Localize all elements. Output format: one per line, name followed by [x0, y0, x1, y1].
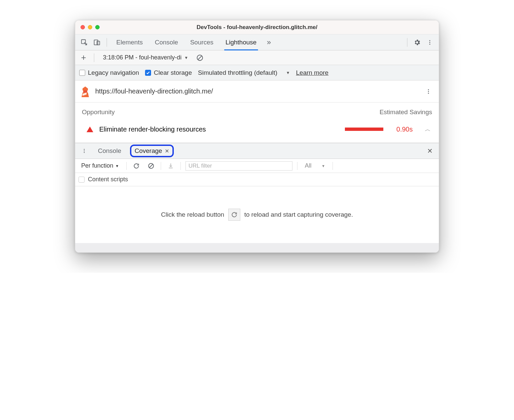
- close-window-button[interactable]: [81, 25, 85, 29]
- report-selector-label: 3:18:06 PM - foul-heavenly-di: [103, 54, 181, 61]
- reload-icon[interactable]: [131, 161, 141, 171]
- clear-coverage-icon[interactable]: [146, 161, 156, 171]
- titlebar: DevTools - foul-heavenly-direction.glitc…: [75, 20, 439, 34]
- drawer-tab-coverage[interactable]: Coverage ✕: [130, 145, 174, 157]
- tab-elements[interactable]: Elements: [112, 34, 147, 50]
- svg-line-19: [149, 164, 153, 168]
- option-label: Legacy navigation: [88, 69, 139, 76]
- caret-down-icon: ▼: [322, 164, 325, 168]
- chevron-up-icon[interactable]: ︿: [425, 125, 431, 133]
- svg-point-15: [84, 149, 85, 150]
- tab-label: Sources: [190, 39, 214, 46]
- tab-console[interactable]: Console: [150, 34, 183, 50]
- divider: [161, 162, 161, 170]
- svg-point-12: [428, 89, 429, 90]
- opportunity-row[interactable]: Eliminate render-blocking resources 0.90…: [75, 119, 439, 143]
- checkbox-unchecked-icon[interactable]: [79, 70, 85, 76]
- bottom-strip: [75, 243, 439, 252]
- divider: [180, 162, 181, 170]
- granularity-selector[interactable]: Per function ▼: [79, 162, 122, 169]
- svg-point-5: [429, 43, 430, 44]
- opportunity-col-label: Opportunity: [82, 109, 115, 116]
- divider: [333, 162, 333, 170]
- svg-point-13: [428, 91, 429, 92]
- report-header: https://foul-heavenly-direction.glitch.m…: [75, 80, 439, 102]
- warning-triangle-icon: [87, 127, 93, 132]
- report-menu-icon[interactable]: [423, 86, 433, 96]
- settings-icon[interactable]: [412, 37, 422, 47]
- savings-bar: [345, 128, 383, 131]
- tab-sources[interactable]: Sources: [185, 34, 218, 50]
- clear-storage-option[interactable]: Clear storage: [145, 69, 192, 76]
- window-title: DevTools - foul-heavenly-direction.glitc…: [75, 24, 439, 31]
- drawer-menu-icon[interactable]: [79, 146, 89, 156]
- maximize-window-button[interactable]: [95, 25, 100, 29]
- drawer-tab-console[interactable]: Console: [94, 146, 125, 156]
- lighthouse-options: Legacy navigation Clear storage Simulate…: [75, 65, 439, 80]
- tab-label: Console: [155, 39, 178, 46]
- kebab-menu-icon[interactable]: [425, 37, 435, 47]
- savings-value: 0.90s: [389, 126, 413, 133]
- caret-down-icon: ▼: [286, 70, 290, 75]
- close-tab-icon[interactable]: ✕: [165, 148, 169, 154]
- minimize-window-button[interactable]: [88, 25, 92, 29]
- checkbox-unchecked-icon[interactable]: [79, 177, 85, 183]
- throttling-selector[interactable]: Simulated throttling (default) ▼: [198, 69, 290, 76]
- clear-icon[interactable]: [195, 53, 205, 63]
- tab-label: Elements: [116, 39, 143, 46]
- new-report-icon[interactable]: +: [79, 53, 89, 63]
- lighthouse-icon: [81, 86, 90, 96]
- opportunity-label: Eliminate render-blocking resources: [99, 126, 206, 133]
- divider: [126, 162, 127, 170]
- hint-text-pre: Click the reload button: [161, 211, 224, 218]
- close-drawer-icon[interactable]: ✕: [425, 146, 435, 156]
- lighthouse-toolbar: + 3:18:06 PM - foul-heavenly-di ▼: [75, 50, 439, 65]
- report-selector[interactable]: 3:18:06 PM - foul-heavenly-di ▼: [100, 53, 191, 63]
- hint-text-post: to reload and start capturing coverage.: [244, 211, 353, 218]
- more-tabs-icon[interactable]: »: [264, 37, 274, 47]
- drawer-tab-label: Coverage: [135, 147, 162, 155]
- divider: [107, 38, 107, 47]
- svg-point-3: [429, 40, 430, 41]
- svg-point-4: [429, 42, 430, 43]
- tab-lighthouse[interactable]: Lighthouse: [221, 34, 261, 50]
- svg-line-7: [198, 56, 202, 59]
- report-url: https://foul-heavenly-direction.glitch.m…: [95, 87, 213, 95]
- devtools-window: DevTools - foul-heavenly-direction.glitc…: [75, 20, 439, 253]
- option-label: Clear storage: [154, 69, 192, 76]
- svg-rect-9: [83, 90, 87, 92]
- inspect-icon[interactable]: [79, 37, 89, 47]
- type-filter-selector[interactable]: All ▼: [302, 162, 328, 169]
- device-toggle-icon[interactable]: [92, 37, 102, 47]
- content-scripts-option[interactable]: Content scripts: [75, 173, 439, 186]
- svg-rect-1: [94, 40, 98, 45]
- opportunity-header: Opportunity Estimated Savings: [75, 102, 439, 119]
- legacy-navigation-option[interactable]: Legacy navigation: [79, 69, 139, 76]
- coverage-toolbar: Per function ▼ All ▼: [75, 159, 439, 173]
- divider: [94, 53, 94, 62]
- svg-point-16: [84, 151, 85, 152]
- svg-point-14: [428, 92, 429, 93]
- granularity-label: Per function: [81, 162, 113, 169]
- svg-marker-8: [83, 86, 88, 90]
- reload-button[interactable]: [228, 209, 240, 221]
- export-icon[interactable]: [166, 161, 176, 171]
- divider: [297, 162, 297, 170]
- divider: [407, 38, 407, 47]
- caret-down-icon: ▼: [184, 55, 188, 60]
- type-filter-label: All: [305, 162, 311, 169]
- svg-rect-20: [169, 168, 173, 168]
- caret-down-icon: ▼: [115, 164, 119, 168]
- option-label: Content scripts: [88, 176, 128, 183]
- url-filter-input[interactable]: [185, 161, 292, 171]
- svg-point-17: [84, 152, 85, 153]
- coverage-empty-hint: Click the reload button to reload and st…: [75, 186, 439, 243]
- learn-more-link[interactable]: Learn more: [296, 69, 329, 76]
- drawer-tab-label: Console: [98, 147, 121, 155]
- checkbox-checked-icon[interactable]: [145, 70, 151, 76]
- tab-label: Lighthouse: [226, 39, 257, 46]
- svg-rect-2: [97, 41, 100, 45]
- option-label: Simulated throttling (default): [198, 69, 277, 76]
- traffic-lights: [81, 25, 100, 29]
- savings-col-label: Estimated Savings: [380, 109, 432, 116]
